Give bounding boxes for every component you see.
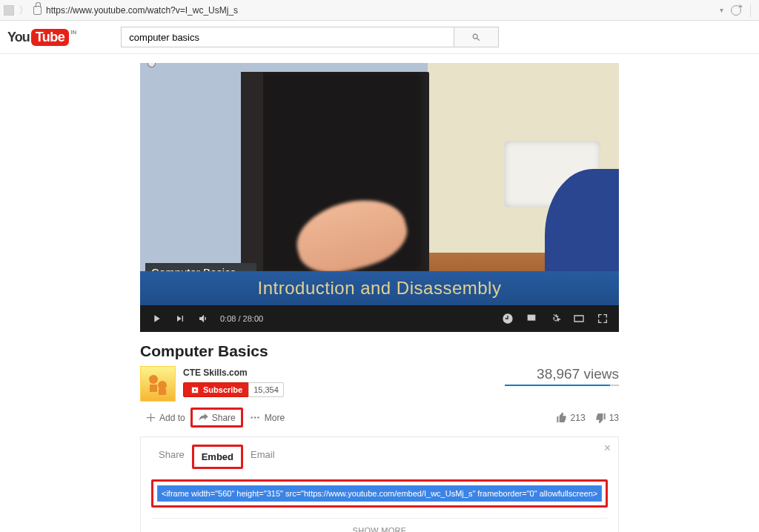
logo-text-you: You: [7, 30, 30, 45]
svg-point-6: [257, 416, 259, 419]
channel-name[interactable]: CTE Skills.com: [183, 368, 284, 378]
logo-text-tube: Tube: [31, 29, 70, 46]
play-button[interactable]: [145, 313, 168, 325]
youtube-logo[interactable]: You Tube IN: [7, 29, 76, 46]
show-more-button[interactable]: Show More: [151, 518, 608, 532]
embed-code-field[interactable]: [157, 485, 602, 502]
logo-country-code: IN: [70, 29, 76, 36]
player-controls: 0:08 / 28:00: [140, 305, 619, 332]
thumb-up-icon: [556, 412, 568, 424]
svg-point-0: [149, 375, 158, 384]
svg-point-4: [251, 416, 253, 419]
site-header: You Tube IN: [0, 21, 759, 54]
view-count: 38,967 views: [505, 366, 619, 382]
like-button[interactable]: 213: [556, 412, 586, 424]
more-button[interactable]: More: [243, 410, 290, 425]
url-dropdown-icon[interactable]: ▾: [720, 6, 723, 14]
svg-rect-3: [159, 389, 166, 395]
like-ratio-bar: [505, 385, 619, 386]
views-box: 38,967 views: [505, 366, 619, 402]
likes-row: 213 13: [547, 412, 619, 424]
svg-rect-2: [150, 385, 157, 392]
channel-row: CTE Skills.com Subscribe 15,354 38,967 v…: [140, 366, 619, 402]
dislike-button[interactable]: 13: [594, 412, 619, 424]
highlight-embed: Embed: [192, 445, 243, 469]
video-title-banner: Introduction and Disassembly: [140, 271, 619, 305]
add-to-button[interactable]: Add to: [140, 410, 190, 425]
search-icon: [471, 33, 481, 42]
tab-email[interactable]: Email: [243, 445, 282, 469]
toolbar-separator: [750, 4, 751, 17]
main-content: Computer Basics Introduction and Disasse…: [140, 54, 619, 532]
svg-point-1: [158, 381, 167, 390]
video-title: Computer Basics: [140, 342, 619, 360]
action-row: Add to Share More 213 13: [140, 408, 619, 428]
subscribe-button[interactable]: Subscribe: [183, 382, 249, 397]
search-button[interactable]: [454, 27, 499, 47]
thumb-down-icon: [594, 412, 606, 424]
close-panel-button[interactable]: ×: [604, 442, 611, 455]
next-button[interactable]: [168, 313, 192, 325]
lock-icon: [33, 6, 42, 15]
avatar-icon: [145, 371, 170, 396]
browser-address-bar: 〉 https://www.youtube.com/watch?v=I_wc_U…: [0, 0, 759, 21]
highlight-share: Share: [190, 408, 243, 428]
ellipsis-icon: [248, 412, 262, 423]
reload-icon[interactable]: [731, 5, 741, 16]
share-panel: × Share Embed Email Show More: [140, 436, 619, 532]
theater-mode-button[interactable]: [567, 313, 591, 325]
svg-point-5: [253, 416, 256, 419]
share-button[interactable]: Share: [193, 410, 241, 425]
subtitles-button[interactable]: [520, 313, 543, 325]
highlight-embed-field: [151, 479, 608, 508]
channel-info: CTE Skills.com Subscribe 15,354: [183, 366, 284, 402]
url-field[interactable]: https://www.youtube.com/watch?v=I_wc_UsM…: [46, 5, 712, 16]
plus-icon: [145, 412, 156, 423]
fullscreen-button[interactable]: [591, 313, 614, 325]
tab-share[interactable]: Share: [151, 445, 192, 469]
favicon-icon: [4, 5, 14, 16]
time-display: 0:08 / 28:00: [220, 314, 263, 323]
tab-embed[interactable]: Embed: [194, 447, 241, 467]
subscriber-count: 15,354: [248, 382, 284, 397]
video-player[interactable]: Computer Basics Introduction and Disasse…: [140, 63, 619, 332]
search-input[interactable]: [121, 27, 454, 47]
watch-later-button[interactable]: [496, 313, 520, 325]
share-arrow-icon: [198, 412, 209, 423]
settings-button[interactable]: [543, 313, 567, 325]
search-form: [121, 27, 499, 47]
volume-button[interactable]: [192, 313, 216, 325]
nav-arrow-icon[interactable]: 〉: [19, 4, 29, 17]
share-tabs: Share Embed Email: [151, 445, 608, 469]
channel-avatar[interactable]: [140, 366, 176, 402]
youtube-play-icon: [190, 386, 200, 394]
